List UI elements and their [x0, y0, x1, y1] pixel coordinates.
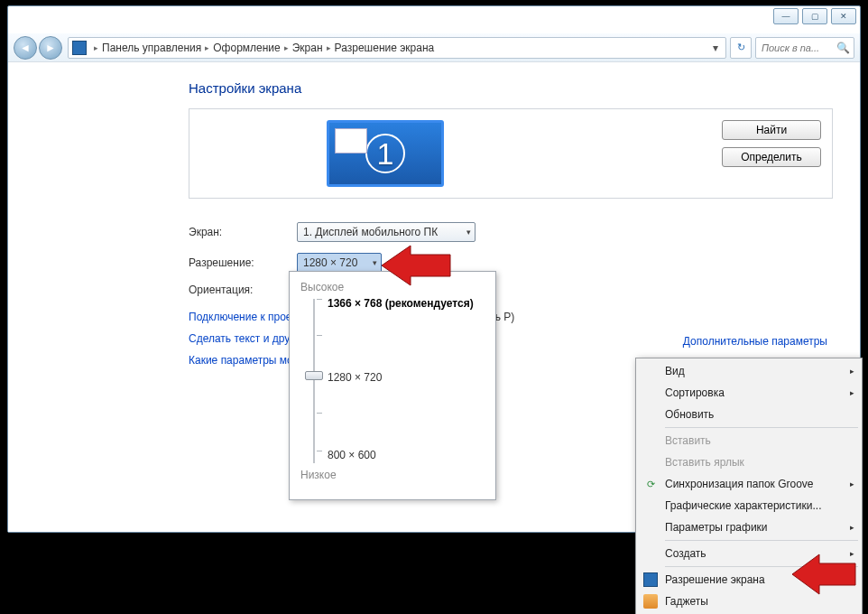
breadcrumb-item[interactable]: Экран — [292, 42, 323, 54]
cm-paste-shortcut: Вставить ярлык — [638, 451, 860, 473]
page-title: Настройки экрана — [189, 80, 833, 96]
find-button[interactable]: Найти — [722, 120, 821, 140]
breadcrumb-item[interactable]: Оформление — [213, 42, 280, 54]
screen-dropdown[interactable]: 1. Дисплей мобильного ПК — [297, 222, 476, 242]
cm-groove-sync[interactable]: ⟳Синхронизация папок Groove▸ — [638, 473, 860, 495]
monitor-preview[interactable]: 1 — [327, 120, 444, 187]
sync-icon: ⟳ — [643, 477, 658, 491]
display-preview-panel: 1 Найти Определить — [189, 108, 833, 199]
cm-view[interactable]: Вид▸ — [638, 360, 860, 382]
control-panel-icon — [72, 41, 87, 55]
search-icon: 🔍 — [836, 42, 850, 54]
breadcrumb-item[interactable]: Панель управления — [102, 42, 201, 54]
advanced-settings-link[interactable]: Дополнительные параметры — [683, 335, 827, 348]
orientation-label: Ориентация: — [189, 284, 297, 296]
screen-label: Экран: — [189, 226, 297, 238]
projector-link[interactable]: Подключение к проекь P) — [189, 311, 833, 323]
resolution-slider-popup: Высокое 1366 × 768 (рекомендуется) 1280 … — [289, 271, 496, 500]
slider-recommended-label: 1366 × 768 (рекомендуется) — [328, 297, 474, 310]
breadcrumb[interactable]: ▸ Панель управления ▸ Оформление ▸ Экран… — [68, 37, 726, 59]
resolution-dropdown[interactable]: 1280 × 720 — [297, 253, 382, 273]
slider-track[interactable] — [300, 299, 328, 463]
forward-button[interactable]: ► — [39, 36, 62, 60]
detect-button[interactable]: Определить — [722, 147, 821, 167]
titlebar-controls: — ▢ ✕ — [773, 8, 856, 24]
svg-marker-1 — [792, 554, 855, 594]
search-box[interactable]: 🔍 — [755, 37, 854, 59]
gadget-icon — [643, 594, 658, 609]
monitor-mini-icon — [335, 128, 367, 154]
cm-paste: Вставить — [638, 430, 860, 451]
monitor-number: 1 — [365, 134, 405, 173]
annotation-arrow-icon — [382, 242, 454, 289]
resolution-label: Разрешение: — [189, 256, 297, 269]
search-input[interactable] — [760, 42, 832, 54]
cm-graphics-chars[interactable]: Графические характеристики... — [638, 495, 860, 516]
slider-low-label: Низкое — [300, 469, 485, 481]
maximize-button[interactable]: ▢ — [802, 8, 827, 24]
svg-marker-0 — [382, 246, 450, 285]
refresh-button[interactable]: ↻ — [730, 37, 752, 59]
breadcrumb-item[interactable]: Разрешение экрана — [335, 42, 435, 54]
screen-icon — [643, 572, 658, 587]
breadcrumb-dropdown[interactable]: ▾ — [709, 42, 722, 54]
back-button[interactable]: ◄ — [14, 36, 37, 60]
annotation-arrow-icon — [792, 553, 857, 596]
cm-refresh[interactable]: Обновить — [638, 404, 860, 425]
slider-thumb[interactable] — [305, 371, 323, 380]
slider-current-label: 1280 × 720 — [328, 371, 382, 384]
close-button[interactable]: ✕ — [831, 8, 856, 24]
navbar: ◄ ► ▸ Панель управления ▸ Оформление ▸ Э… — [8, 33, 860, 62]
cm-sort[interactable]: Сортировка▸ — [638, 382, 860, 404]
minimize-button[interactable]: — — [773, 8, 799, 24]
cm-graphics-params[interactable]: Параметры графики▸ — [638, 516, 860, 538]
slider-min-label: 800 × 600 — [328, 449, 376, 461]
